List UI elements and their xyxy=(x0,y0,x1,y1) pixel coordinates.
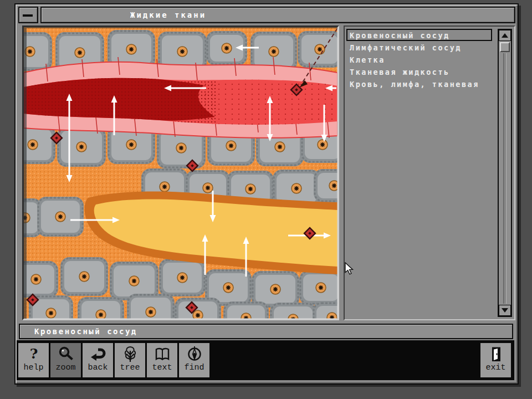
tissue-cell xyxy=(24,261,58,298)
list-item[interactable]: Клетка xyxy=(346,53,492,65)
triangle-up-icon xyxy=(502,33,508,38)
tissue-cell xyxy=(223,301,269,319)
list-item[interactable]: Кровь, лимфа, тканевая xyxy=(346,78,492,90)
tissue-cell xyxy=(78,297,124,319)
tissue-cell xyxy=(313,302,337,319)
tissue-cell xyxy=(57,127,106,167)
scrollbar-down-button[interactable] xyxy=(499,305,511,316)
tissue-cell xyxy=(159,259,206,296)
tissue-cell xyxy=(37,197,84,237)
scrollbar-up-button[interactable] xyxy=(499,30,511,41)
scrollbar-thumb[interactable] xyxy=(500,42,510,52)
list-item[interactable]: Кровеносный сосуд xyxy=(346,29,492,41)
tissue-cell xyxy=(299,270,337,305)
system-menu-button[interactable] xyxy=(18,7,38,23)
zoom-button[interactable]: zoom xyxy=(50,342,81,378)
toolbar: ?helpzoombacktreetextfindexit xyxy=(17,340,514,380)
triangle-down-icon xyxy=(502,308,508,313)
title-bar[interactable]: Жидкие ткани xyxy=(40,7,515,23)
tissue-cell xyxy=(60,257,108,296)
scrollbar[interactable] xyxy=(498,29,512,317)
scrollbar-track[interactable] xyxy=(503,53,507,304)
exit-button[interactable]: exit xyxy=(480,342,511,378)
text-button[interactable]: text xyxy=(146,342,178,378)
tissue-cell xyxy=(24,32,52,71)
tissue-cell xyxy=(24,125,55,164)
tissue-cell xyxy=(270,303,316,319)
back-button[interactable]: back xyxy=(82,342,114,378)
back-arrow-icon xyxy=(89,345,107,364)
compass-icon xyxy=(186,345,203,364)
tissue-cell xyxy=(314,169,337,202)
status-bar: Кровеносный сосуд xyxy=(19,324,513,339)
magnifier-icon xyxy=(57,345,75,364)
find-button[interactable]: find xyxy=(178,342,210,378)
list-item[interactable]: Лимфатический сосуд xyxy=(346,41,492,53)
open-book-icon xyxy=(154,345,171,364)
topics-list-panel: Кровеносный сосудЛимфатический сосудКлет… xyxy=(344,25,515,320)
tissue-cell xyxy=(175,298,221,319)
topics-list: Кровеносный сосудЛимфатический сосудКлет… xyxy=(346,29,492,90)
list-item[interactable]: Тканевая жидкость xyxy=(346,65,492,78)
svg-text:?: ? xyxy=(29,346,38,362)
illustration-panel[interactable] xyxy=(22,25,339,320)
window-title: Жидкие ткани xyxy=(130,11,206,19)
tree-button[interactable]: tree xyxy=(114,342,146,378)
dash-icon xyxy=(23,14,33,17)
app-window: Жидкие ткани Кровеносный сосудЛимфатичес… xyxy=(14,3,519,385)
tree-icon xyxy=(121,345,139,364)
question-icon: ? xyxy=(25,345,43,364)
door-icon xyxy=(487,345,505,364)
help-button[interactable]: ?help xyxy=(18,342,49,378)
tissue-cell xyxy=(127,294,175,319)
status-text: Кровеносный сосуд xyxy=(34,327,137,336)
tissue-illustration xyxy=(24,27,337,319)
